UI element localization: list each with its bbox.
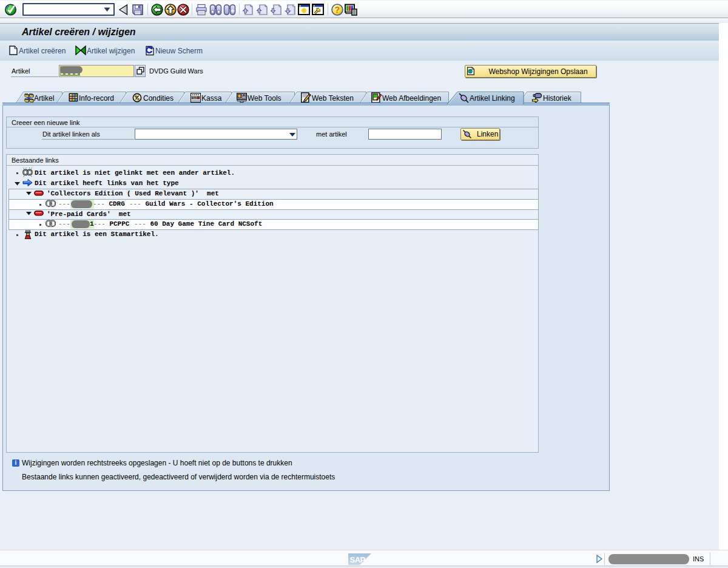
svg-text:SAP: SAP: [350, 555, 366, 564]
svg-text:?: ?: [335, 5, 340, 15]
svg-text:515: 515: [192, 96, 197, 100]
